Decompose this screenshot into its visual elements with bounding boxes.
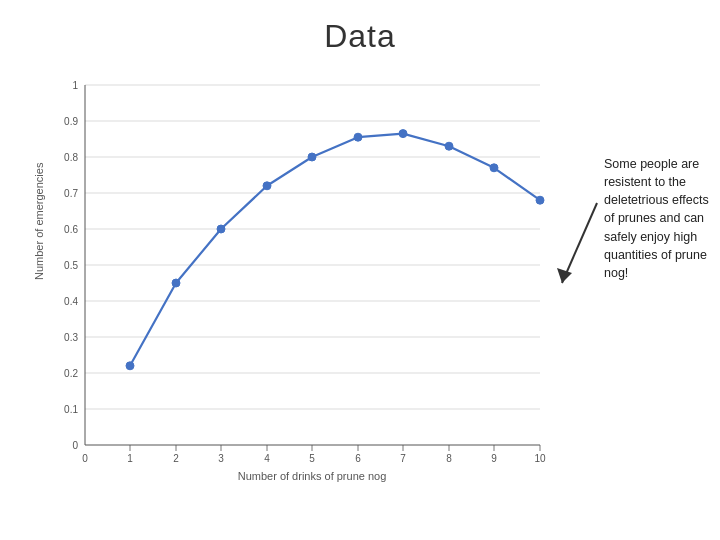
svg-text:2: 2 [173,453,179,464]
svg-text:3: 3 [218,453,224,464]
svg-text:0.6: 0.6 [64,224,78,235]
chart-line [130,134,540,366]
data-point-8 [445,142,453,150]
data-point-4 [263,182,271,190]
svg-text:10: 10 [534,453,546,464]
svg-text:8: 8 [446,453,452,464]
svg-text:0.4: 0.4 [64,296,78,307]
annotation-arrow [552,195,602,295]
data-point-7 [399,130,407,138]
data-point-10 [536,196,544,204]
svg-text:0.8: 0.8 [64,152,78,163]
data-point-6 [354,133,362,141]
data-point-1 [126,362,134,370]
chart: Number of emergencies 1 0.9 0.8 0.7 0.6 … [30,70,590,490]
svg-text:5: 5 [309,453,315,464]
annotation-box: Some people are resistent to the deletet… [604,155,712,282]
data-point-3 [217,225,225,233]
slide-page: Data Number of emergencies 1 0.9 0.8 0.7… [0,0,720,540]
svg-text:9: 9 [491,453,497,464]
svg-text:0.9: 0.9 [64,116,78,127]
svg-text:1: 1 [72,80,78,91]
svg-text:1: 1 [127,453,133,464]
svg-text:0: 0 [72,440,78,451]
svg-line-44 [562,203,597,283]
svg-marker-45 [557,268,572,283]
annotation-text: Some people are resistent to the deletet… [604,157,709,280]
svg-text:4: 4 [264,453,270,464]
data-point-2 [172,279,180,287]
svg-text:0.3: 0.3 [64,332,78,343]
y-axis-label: Number of emergencies [33,162,45,280]
x-axis-label: Number of drinks of prune nog [238,470,387,482]
svg-text:0.7: 0.7 [64,188,78,199]
svg-text:0: 0 [82,453,88,464]
svg-text:6: 6 [355,453,361,464]
svg-text:0.1: 0.1 [64,404,78,415]
slide-title: Data [0,0,720,55]
svg-text:0.5: 0.5 [64,260,78,271]
data-point-9 [490,164,498,172]
svg-text:7: 7 [400,453,406,464]
svg-text:0.2: 0.2 [64,368,78,379]
data-point-5 [308,153,316,161]
